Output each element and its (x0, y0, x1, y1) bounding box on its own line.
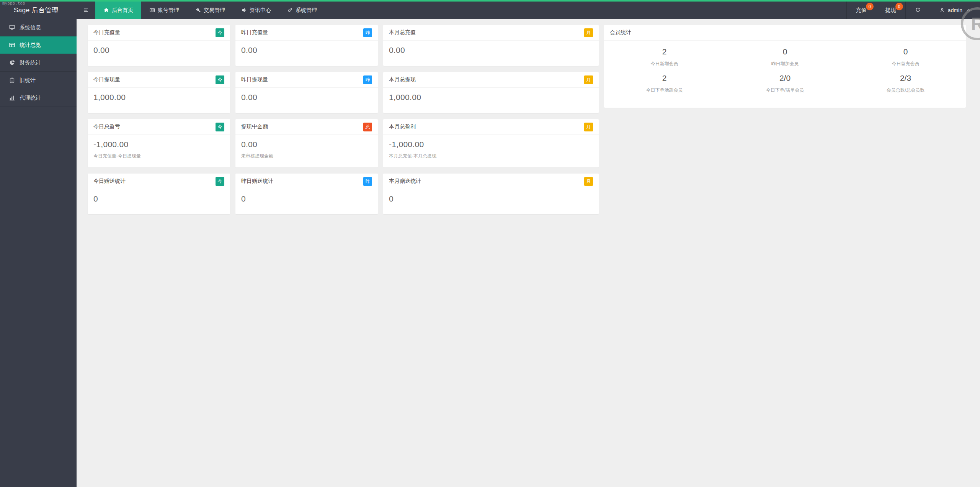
card-title: 本月赠送统计 (389, 178, 421, 185)
yesterday-badge-icon: 昨 (363, 28, 372, 37)
month-badge-icon: 月 (584, 177, 593, 186)
tab-label: 后台首页 (112, 7, 133, 14)
stat-value: 2/0 (725, 74, 845, 83)
card-value: 0 (241, 194, 372, 203)
member-stats-row: 2 今日新增会员 0 昨日增加会员 0 今日首充会员 (604, 41, 966, 67)
card-value: 0.00 (241, 93, 372, 102)
gears-icon (287, 7, 293, 13)
yesterday-badge-icon: 昨 (363, 75, 372, 84)
sidebar-item-finance-stats[interactable]: 财务统计 (0, 54, 77, 72)
total-badge-icon: 总 (363, 123, 372, 131)
stat-total-members: 2/3 会员总数/总会员数 (845, 67, 966, 93)
stat-label: 昨日增加会员 (725, 61, 845, 67)
card-today-withdraw: 今日提现量 今 1,000.00 (88, 72, 230, 113)
card-subtitle: 今日充值量-今日提现量 (93, 153, 224, 159)
stat-label: 今日首充会员 (845, 61, 966, 67)
card-value: 1,000.00 (389, 93, 593, 102)
member-stats-panel: 会员统计 2 今日新增会员 0 昨日增加会员 0 今日首充会员 (604, 25, 966, 108)
sidebar-toggle-button[interactable] (77, 2, 95, 19)
sidebar-item-label: 代理统计 (20, 95, 41, 102)
sidebar-item-label: 财务统计 (20, 59, 41, 66)
month-badge-icon: 月 (584, 28, 593, 37)
top-accent-line (0, 0, 980, 2)
card-value: 0.00 (241, 46, 372, 55)
bar-chart-icon (9, 95, 15, 101)
stats-column-yesterday: 昨日充值量 昨 0.00 昨日提现量 昨 0.00 提现中金额 总 0.00 (235, 25, 378, 214)
tab-dashboard-home[interactable]: 后台首页 (95, 2, 141, 19)
card-title: 昨日赠送统计 (241, 178, 273, 185)
today-badge-icon: 今 (216, 177, 224, 186)
card-value: 1,000.00 (93, 93, 224, 102)
tab-news-center[interactable]: 资讯中心 (233, 2, 279, 19)
refresh-button[interactable] (905, 2, 930, 19)
stats-column-month: 本月总充值 月 0.00 本月总提现 月 1,000.00 本月总盈利 月 -1… (383, 25, 599, 214)
megaphone-icon (241, 7, 247, 13)
home-icon (103, 7, 109, 13)
tab-label: 资讯中心 (250, 7, 271, 14)
sidebar-item-agent-stats[interactable]: 代理统计 (0, 89, 77, 107)
stat-label: 今日下单活跃会员 (604, 87, 725, 93)
card-value: 0 (93, 194, 224, 203)
card-month-recharge: 本月总充值 月 0.00 (383, 25, 599, 66)
stat-new-members-yesterday: 0 昨日增加会员 (725, 41, 845, 67)
member-stats-title: 会员统计 (610, 29, 631, 36)
sidebar-item-stats-overview[interactable]: 统计总览 (0, 36, 77, 54)
month-badge-icon: 月 (584, 75, 593, 84)
tab-system-management[interactable]: 系统管理 (279, 2, 325, 19)
sidebar-item-label: 旧统计 (20, 77, 36, 84)
navbar-actions: 充值 0 提现 0 admin (846, 2, 980, 19)
stat-order-full-members-today: 2/0 今日下单/满单会员 (725, 67, 845, 93)
tab-account-management[interactable]: 账号管理 (141, 2, 187, 19)
withdraw-label: 提现 (885, 7, 896, 14)
card-title: 昨日充值量 (241, 29, 268, 36)
tab-label: 账号管理 (158, 7, 179, 14)
month-badge-icon: 月 (584, 123, 593, 131)
recharge-count-badge: 0 (866, 3, 874, 10)
card-title: 今日提现量 (93, 76, 120, 83)
recharge-label: 充值 (856, 7, 867, 14)
card-title: 今日总盈亏 (93, 123, 120, 130)
card-value: -1,000.00 (389, 140, 593, 149)
withdraw-button[interactable]: 提现 0 (876, 2, 905, 19)
hamburger-icon (83, 7, 89, 13)
pie-chart-icon (9, 59, 15, 66)
card-yesterday-recharge: 昨日充值量 昨 0.00 (235, 25, 378, 66)
card-title: 今日赠送统计 (93, 178, 126, 185)
tab-label: 系统管理 (296, 7, 317, 14)
card-value: 0 (389, 194, 593, 203)
tab-trade-management[interactable]: 交易管理 (187, 2, 233, 19)
sidebar-item-old-stats[interactable]: 旧统计 (0, 72, 77, 89)
card-today-recharge: 今日充值量 今 0.00 (88, 25, 230, 66)
stat-first-recharge-today: 0 今日首充会员 (845, 41, 966, 67)
card-title: 本月总盈利 (389, 123, 416, 130)
stat-value: 2 (604, 47, 725, 56)
card-value: -1,000.00 (93, 140, 224, 149)
today-badge-icon: 今 (216, 123, 224, 131)
stat-value: 2/3 (845, 74, 966, 83)
yesterday-badge-icon: 昨 (363, 177, 372, 186)
main-content: 今日充值量 今 0.00 今日提现量 今 1,000.00 今日总盈亏 今 -1… (77, 19, 980, 487)
card-title: 本月总提现 (389, 76, 416, 83)
clipboard-icon (9, 77, 15, 84)
card-subtitle: 本月总充值-本月总提现 (389, 153, 593, 159)
stat-value: 2 (604, 74, 725, 83)
card-title: 昨日提现量 (241, 76, 268, 83)
stat-value: 0 (845, 47, 966, 56)
card-value: 0.00 (241, 140, 372, 149)
sidebar-item-system-info[interactable]: 系统信息 (0, 19, 77, 36)
monitor-icon (9, 24, 15, 31)
card-pending-withdraw: 提现中金额 总 0.00 未审核提现金额 (235, 119, 378, 167)
wrench-icon (195, 7, 201, 13)
recharge-button[interactable]: 充值 0 (846, 2, 876, 19)
card-title: 今日充值量 (93, 29, 120, 36)
sidebar-item-label: 系统信息 (20, 24, 41, 31)
stat-active-order-members-today: 2 今日下单活跃会员 (604, 67, 725, 93)
main-menu: 后台首页 账号管理 交易管理 资讯中心 (77, 2, 846, 19)
table-icon (9, 42, 15, 48)
card-value: 0.00 (389, 46, 593, 55)
card-today-gift: 今日赠送统计 今 0 (88, 174, 230, 214)
card-value: 0.00 (93, 46, 224, 55)
sidebar: 系统信息 统计总览 财务统计 旧统计 代理统计 (0, 19, 77, 487)
card-title: 提现中金额 (241, 123, 268, 130)
card-month-withdraw: 本月总提现 月 1,000.00 (383, 72, 599, 113)
